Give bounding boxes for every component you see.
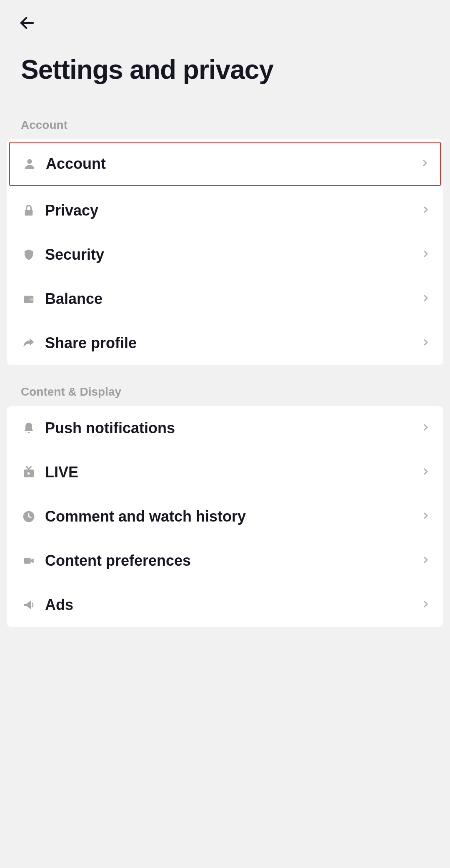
- clock-icon: [21, 509, 37, 524]
- row-balance[interactable]: Balance: [7, 277, 443, 321]
- shield-icon: [21, 247, 37, 263]
- chevron-right-icon: [421, 422, 431, 434]
- content-display-card: Push notifications LIVE: [7, 406, 443, 627]
- row-label: Privacy: [45, 202, 421, 219]
- svg-rect-5: [30, 299, 34, 301]
- row-comment-watch-history[interactable]: Comment and watch history: [7, 494, 443, 539]
- row-push-notifications[interactable]: Push notifications: [7, 406, 443, 450]
- chevron-right-icon: [421, 337, 431, 349]
- row-label: Content preferences: [45, 552, 421, 569]
- section-header-content-display: Content & Display: [0, 381, 450, 406]
- svg-marker-10: [31, 558, 34, 563]
- megaphone-icon: [21, 597, 37, 613]
- row-share-profile[interactable]: Share profile: [7, 321, 443, 365]
- chevron-right-icon: [421, 599, 431, 611]
- chevron-right-icon: [421, 555, 431, 567]
- section-header-account: Account: [0, 114, 450, 139]
- row-label: Ads: [45, 596, 421, 614]
- row-label: Comment and watch history: [45, 508, 421, 525]
- arrow-left-icon: [18, 14, 36, 32]
- wallet-icon: [21, 291, 37, 307]
- share-icon: [21, 335, 37, 351]
- row-label: Balance: [45, 290, 421, 308]
- row-content-preferences[interactable]: Content preferences: [7, 539, 443, 583]
- chevron-right-icon: [420, 158, 430, 170]
- row-live[interactable]: LIVE: [7, 450, 443, 494]
- lock-icon: [21, 203, 37, 218]
- row-ads[interactable]: Ads: [7, 583, 443, 627]
- chevron-right-icon: [421, 511, 431, 522]
- back-button[interactable]: [17, 13, 38, 33]
- bell-icon: [21, 420, 37, 436]
- row-security[interactable]: Security: [7, 233, 443, 277]
- person-icon: [22, 156, 38, 172]
- svg-rect-9: [24, 558, 30, 564]
- chevron-right-icon: [421, 249, 431, 261]
- svg-point-1: [27, 159, 32, 164]
- svg-rect-2: [25, 210, 33, 216]
- row-label: Account: [46, 155, 420, 173]
- tv-icon: [21, 464, 37, 480]
- chevron-right-icon: [421, 205, 431, 216]
- chevron-right-icon: [421, 467, 431, 478]
- row-privacy[interactable]: Privacy: [7, 188, 443, 233]
- page-title: Settings and privacy: [0, 33, 450, 114]
- row-label: Share profile: [45, 334, 421, 352]
- video-icon: [21, 553, 37, 569]
- row-label: LIVE: [45, 464, 421, 481]
- chevron-right-icon: [421, 293, 431, 305]
- row-label: Security: [45, 246, 421, 263]
- account-card: Account Privacy Security: [7, 139, 443, 365]
- row-label: Push notifications: [45, 419, 421, 437]
- row-account[interactable]: Account: [9, 142, 441, 186]
